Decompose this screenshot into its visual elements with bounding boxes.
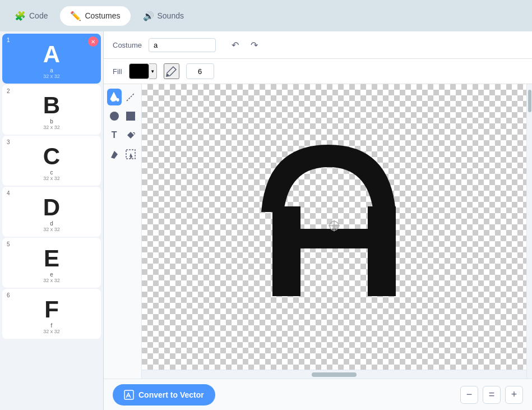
tool-row-3: T (107, 127, 138, 144)
sounds-icon: 🔊 (143, 11, 154, 21)
costume-name: b (50, 118, 53, 125)
eraser-tool[interactable] (107, 146, 122, 163)
svg-rect-12 (272, 206, 300, 279)
tab-costumes-label: Costumes (85, 11, 120, 20)
canvas-tools-row: T (104, 84, 532, 379)
tool-row-1 (107, 89, 138, 105)
paint-bucket-tool[interactable] (107, 89, 122, 105)
costume-item-a[interactable]: 1 A a 32 x 32 ✕ (2, 34, 101, 84)
editor-area: Costume ↶ ↷ Fill ▼ (104, 31, 532, 410)
text-icon: T (112, 130, 117, 140)
ellipse-tool[interactable] (107, 108, 122, 125)
costume-size: 32 x 32 (43, 73, 60, 79)
costume-label: Costume (113, 41, 142, 49)
svg-point-0 (166, 74, 169, 76)
tool-row-4 (107, 146, 138, 163)
brush-size-input[interactable] (186, 63, 214, 79)
costume-item-f[interactable]: 6 F f 32 x 32 (2, 289, 101, 339)
costume-size: 32 x 32 (43, 329, 60, 334)
svg-marker-6 (129, 153, 133, 159)
costume-item-c[interactable]: 3 C c 32 x 32 (2, 136, 101, 186)
tab-sounds[interactable]: 🔊 Sounds (133, 6, 194, 26)
zoom-out-button[interactable]: − (460, 386, 478, 404)
costume-item-e[interactable]: 5 E e 32 x 32 (2, 238, 101, 288)
costumes-icon: ✏️ (70, 11, 81, 21)
rectangle-tool[interactable] (124, 108, 138, 125)
h-scrollbar-thumb[interactable] (312, 372, 357, 377)
costume-number: 6 (7, 292, 10, 298)
svg-point-3 (110, 112, 119, 121)
canvas-area (142, 84, 526, 379)
code-icon: 🧩 (15, 11, 26, 21)
costume-size: 32 x 32 (43, 176, 60, 181)
zoom-in-button[interactable]: + (505, 386, 523, 404)
costume-letter: A (43, 43, 60, 66)
fill-color-dropdown[interactable]: ▼ (149, 63, 157, 79)
canvas-scrollbar-horizontal[interactable] (142, 370, 526, 379)
tab-code[interactable]: 🧩 Code (4, 6, 58, 26)
redo-button[interactable]: ↷ (246, 37, 262, 53)
tab-code-label: Code (29, 11, 48, 20)
costume-number: 5 (7, 241, 10, 247)
editor-toolbar: Costume ↶ ↷ (104, 31, 532, 59)
costume-item-d[interactable]: 4 D d 32 x 32 (2, 187, 101, 237)
tab-costumes[interactable]: ✏️ Costumes (60, 6, 130, 26)
convert-btn-label: Convert to Vector (138, 390, 204, 399)
top-tabs-bar: 🧩 Code ✏️ Costumes 🔊 Sounds (0, 0, 532, 31)
brush-icon-button[interactable] (164, 63, 179, 79)
undo-redo-group: ↶ ↷ (227, 37, 262, 53)
pencil-line-tool[interactable] (124, 89, 138, 105)
zoom-reset-button[interactable]: = (483, 386, 501, 404)
tools-panel: T (104, 84, 142, 379)
select-tool[interactable] (124, 146, 138, 163)
fill-color-swatch[interactable] (129, 63, 149, 79)
costume-number: 4 (7, 190, 10, 196)
tool-row-2 (107, 108, 138, 125)
tab-sounds-label: Sounds (158, 11, 184, 20)
costume-letter: B (43, 94, 60, 117)
costume-name: c (50, 169, 53, 176)
canvas-scrollbar-vertical[interactable] (526, 84, 532, 379)
costume-name: e (50, 271, 53, 278)
svg-rect-13 (368, 206, 396, 279)
convert-to-vector-button[interactable]: Convert to Vector (113, 384, 215, 406)
undo-button[interactable]: ↶ (227, 37, 243, 53)
costume-number: 2 (7, 88, 10, 94)
costume-number: 1 (7, 37, 10, 43)
main-area: 1 A a 32 x 32 ✕ 2 B b 32 x 32 3 C c 32 x… (0, 31, 532, 410)
costume-name: f (51, 323, 53, 329)
svg-rect-14 (300, 229, 368, 248)
costume-name-input[interactable] (149, 38, 216, 52)
canvas-wrapper[interactable] (142, 84, 526, 370)
costume-letter: C (43, 145, 60, 168)
costume-size: 32 x 32 (43, 125, 60, 130)
v-scrollbar-thumb[interactable] (528, 90, 531, 112)
costume-list[interactable]: 1 A a 32 x 32 ✕ 2 B b 32 x 32 3 C c 32 x… (0, 31, 104, 410)
costume-size: 32 x 32 (43, 278, 60, 283)
fill-label: Fill (113, 67, 122, 76)
costume-item-b[interactable]: 2 B b 32 x 32 (2, 85, 101, 135)
zoom-controls: − = + (460, 386, 523, 404)
svg-rect-4 (126, 112, 135, 121)
text-tool[interactable]: T (107, 127, 122, 144)
convert-icon (124, 390, 134, 400)
fill-toolbar: Fill ▼ (104, 59, 532, 84)
svg-line-2 (127, 93, 135, 101)
costume-size: 32 x 32 (43, 227, 60, 232)
costume-name: a (50, 67, 53, 73)
costume-number: 3 (7, 139, 10, 145)
costume-name: d (50, 220, 53, 227)
fill-color-group: ▼ (129, 63, 157, 79)
costume-letter: F (44, 298, 59, 321)
costume-letter: D (43, 196, 60, 219)
reshape-tool[interactable] (124, 127, 138, 144)
delete-costume-button[interactable]: ✕ (88, 36, 98, 47)
costume-letter: E (44, 247, 59, 270)
editor-bottom-bar: Convert to Vector − = + (104, 379, 532, 410)
letter-a-canvas (244, 122, 424, 313)
